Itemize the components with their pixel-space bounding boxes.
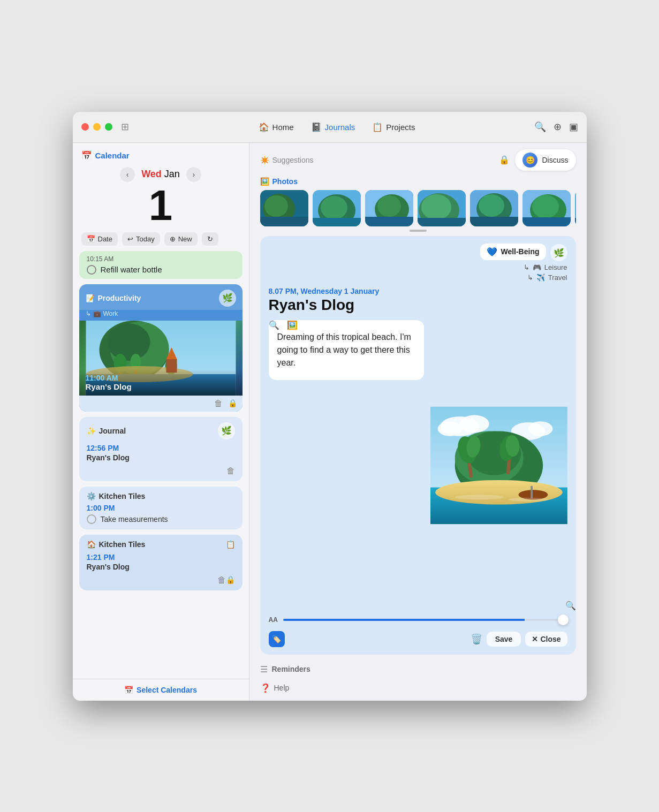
sc-header-2: ✨ Journal 🌿 — [87, 422, 235, 439]
reminder-checkbox[interactable] — [87, 265, 96, 275]
trash-icon-3[interactable]: 🗑 — [217, 575, 226, 585]
photo-thumb-2[interactable] — [313, 190, 361, 226]
refresh-icon: ↻ — [207, 235, 213, 243]
layout-button[interactable]: ▣ — [569, 121, 578, 133]
new-button[interactable]: ⊕ New — [164, 232, 198, 246]
next-day-button[interactable]: › — [186, 167, 201, 182]
task-card[interactable]: ⚙️ Kitchen Tiles 1:00 PM Take measuremen… — [79, 487, 243, 529]
journal-card-3[interactable]: 🏠 Kitchen Tiles 📋 1:21 PM Ryan's Dlog 🗑 … — [79, 535, 243, 590]
calendar-label: Calendar — [95, 151, 130, 160]
lock-icon-3[interactable]: 🔒 — [226, 575, 235, 585]
projects-icon: 📋 — [372, 122, 383, 132]
tag-button[interactable]: 🏷️ — [269, 631, 285, 647]
font-size-slider[interactable] — [283, 619, 567, 621]
journal-card-2[interactable]: ✨ Journal 🌿 12:56 PM Ryan's Dlog 🗑 — [79, 417, 243, 481]
photos-label: 🖼️ Photos — [260, 177, 576, 186]
today-icon: ↩ — [127, 235, 133, 243]
trash-icon-1[interactable]: 🗑 — [214, 399, 223, 408]
close-button[interactable]: ✕ Close — [525, 632, 567, 647]
sparkle-icon: ✴️ — [260, 156, 269, 164]
home-icon-3: 🏠 — [87, 540, 96, 549]
nav-journals-label: Journals — [325, 123, 355, 132]
reminder-item[interactable]: 10:15 AM Refill water bottle — [79, 251, 243, 279]
add-button[interactable]: ⊕ — [554, 121, 562, 133]
select-calendars-button[interactable]: 📅 Select Calendars — [124, 686, 197, 694]
sidebar-scroll[interactable]: 10:15 AM Refill water bottle 📝 Productiv… — [73, 251, 249, 679]
close-button[interactable] — [81, 123, 89, 131]
trash-icon-2[interactable]: 🗑 — [226, 466, 235, 476]
slider-thumb[interactable] — [558, 614, 569, 625]
jc-image-overlay: 11:00 AM Ryan's Dlog — [79, 369, 243, 396]
close-label: Close — [540, 635, 560, 643]
task-icon: ⚙️ — [87, 492, 96, 500]
zoom-out-icon[interactable]: 🔍 — [565, 601, 576, 611]
prev-day-button[interactable]: ‹ — [120, 167, 135, 182]
help-section: ❓ Help — [249, 679, 587, 701]
journal-entry: 💙 Well-Being 🌿 ↳ 🎮 Leisure ↳ ✈ — [260, 236, 576, 655]
photo-thumb-7[interactable] — [575, 190, 576, 226]
discuss-avatar: 😊 — [522, 153, 537, 168]
svg-point-28 — [421, 194, 451, 220]
je-image-area — [430, 320, 567, 611]
sc-header-3: 🏠 Kitchen Tiles 📋 — [87, 540, 235, 549]
date-button[interactable]: 📅 Date — [81, 232, 118, 246]
svg-point-24 — [377, 195, 401, 217]
today-label: Today — [136, 235, 155, 243]
je-text: Dreaming of this tropical beach. I'm goi… — [277, 332, 411, 367]
lock-icon-rp[interactable]: 🔒 — [499, 155, 510, 165]
save-button[interactable]: Save — [487, 632, 521, 647]
calendar-small-icon: 📅 — [87, 235, 95, 243]
je-title: Ryan's Dlog — [260, 297, 576, 320]
day-number: 1 — [73, 184, 249, 229]
photo-thumb-1[interactable] — [260, 190, 308, 226]
je-tag-action[interactable]: 🌿 — [550, 244, 567, 261]
photo-thumb-5[interactable] — [470, 190, 518, 226]
maximize-button[interactable] — [105, 123, 112, 131]
svg-point-3 — [107, 323, 150, 361]
journal-card-1[interactable]: 📝 Productivity 🌿 ↳ 💼 Work — [79, 284, 243, 412]
jc-action-1[interactable]: 🌿 — [219, 290, 236, 307]
sc-title-3: Ryan's Dlog — [87, 563, 235, 571]
sub-tag-1-label: Leisure — [544, 263, 567, 271]
jc-tag-1: ↳ 💼 Work — [79, 310, 243, 321]
je-action-btns: 🗑️ Save ✕ Close — [471, 632, 567, 647]
help-icon[interactable]: ❓ — [260, 683, 271, 693]
minimize-button[interactable] — [93, 123, 101, 131]
nav-projects[interactable]: 📋 Projects — [372, 122, 415, 132]
jc-time-1: 11:00 AM — [86, 374, 236, 382]
photo-thumb-4[interactable] — [418, 190, 466, 226]
sub-tag-2-label: Travel — [548, 274, 567, 282]
je-tag-main: 💙 Well-Being — [480, 244, 546, 260]
svg-rect-37 — [522, 217, 571, 226]
refresh-button[interactable]: ↻ — [202, 232, 218, 246]
sidebar-toggle-icon[interactable]: ⊞ — [121, 121, 129, 133]
delete-button[interactable]: 🗑️ — [471, 633, 482, 645]
nav-projects-label: Projects — [386, 123, 415, 132]
suggestions-button[interactable]: ✴️ Suggestions — [260, 156, 314, 164]
search-button[interactable]: 🔍 — [534, 121, 546, 133]
photo-thumb-6[interactable] — [522, 190, 571, 226]
svg-point-47 — [528, 421, 552, 436]
discuss-label: Discuss — [542, 156, 568, 164]
svg-rect-41 — [575, 218, 576, 226]
svg-rect-60 — [531, 485, 533, 498]
image-icon[interactable]: 🖼️ — [287, 320, 533, 330]
photos-section: 🖼️ Photos — [249, 177, 587, 236]
tag-main-label: Well-Being — [501, 247, 539, 256]
sc-time-2: 12:56 PM — [87, 444, 235, 452]
font-small-label: AA — [269, 616, 278, 624]
zoom-in-icon[interactable]: 🔍 — [269, 320, 279, 330]
lock-icon-1[interactable]: 🔒 — [228, 399, 237, 408]
right-panel: ✴️ Suggestions 🔒 😊 Discuss 🖼️ Photos — [249, 143, 587, 701]
nav-journals[interactable]: 📓 Journals — [311, 122, 355, 132]
task-checkbox[interactable] — [87, 514, 96, 524]
today-button[interactable]: ↩ Today — [122, 232, 160, 246]
photo-thumb-3[interactable] — [365, 190, 413, 226]
nav-home[interactable]: 🏠 Home — [259, 122, 294, 132]
discuss-button[interactable]: 😊 Discuss — [515, 149, 575, 171]
svg-point-62 — [509, 497, 548, 501]
reminders-label: Reminders — [272, 665, 310, 673]
jc-action-2[interactable]: 🌿 — [218, 422, 235, 439]
svg-point-36 — [532, 195, 559, 218]
photos-strip — [260, 190, 576, 226]
